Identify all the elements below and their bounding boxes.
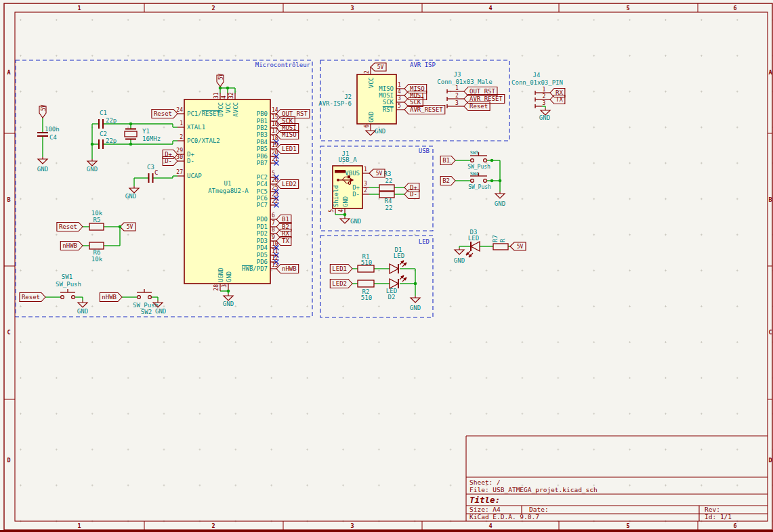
global-label-nHWB[interactable]: nHWB xyxy=(100,293,122,302)
component-R4[interactable]: R422 xyxy=(379,192,394,211)
schematic-canvas[interactable]: Sheet: / File: USB_ATMEGA_projet.kicad_s… xyxy=(0,0,773,532)
pin-name: GND xyxy=(368,112,375,123)
gnd-symbol[interactable]: GND xyxy=(454,248,465,264)
gnd-symbol[interactable]: GND xyxy=(77,301,88,315)
gnd-symbol[interactable]: GND xyxy=(37,157,48,173)
component-J3[interactable]: J3Conn_01x03_Male1OUT_RST2AVR_RESET3Rese… xyxy=(437,71,504,111)
frame-col-label: 2 xyxy=(211,5,215,12)
power-flag-text: 5V xyxy=(517,244,524,250)
frame-col-label: 4 xyxy=(488,523,492,529)
power-flag-5V[interactable]: 5V xyxy=(39,104,47,118)
vbus-bar xyxy=(335,170,346,173)
pin-name: PC0/XTAL2 xyxy=(187,137,220,144)
pin-name: UGND xyxy=(217,267,224,282)
global-label-TX[interactable]: TX xyxy=(276,237,291,246)
pin-number: 1 xyxy=(180,120,183,127)
global-label-AVR_RESET[interactable]: AVR_RESET xyxy=(404,106,445,114)
pin-name: PD5 xyxy=(257,252,268,259)
component-R5[interactable]: R510k xyxy=(89,210,104,230)
section-title: LED xyxy=(419,238,430,245)
global-label-LED1[interactable]: LED1 xyxy=(330,265,352,273)
global-label-D-[interactable]: D- xyxy=(404,190,419,199)
gnd-symbol[interactable]: GND xyxy=(340,217,361,225)
global-label-MISO[interactable]: MISO xyxy=(276,131,299,139)
component-C1[interactable]: C122p xyxy=(99,110,117,129)
reference: D2 xyxy=(388,294,396,301)
component-Y1[interactable]: Y116MHz xyxy=(125,128,161,142)
global-label-LED2[interactable]: LED2 xyxy=(330,280,352,288)
gnd-symbol[interactable]: GND xyxy=(125,186,139,200)
pin-name: GND xyxy=(226,271,232,282)
schematic-page[interactable]: Sheet: / File: USB_ATMEGA_projet.kicad_s… xyxy=(0,0,773,532)
global-label-B2[interactable]: B2 xyxy=(440,177,455,185)
component-R2[interactable]: R2510 xyxy=(358,280,374,301)
pin-name: GND xyxy=(342,196,349,207)
pin-number: 24 xyxy=(176,107,183,113)
component-D1[interactable]: D1LED xyxy=(390,246,406,273)
global-label-Reset[interactable]: Reset xyxy=(57,223,83,231)
component-U1[interactable]: U1ATmega8U2-A24PC1/RESET1XTAL12PC0/XTAL2… xyxy=(176,92,310,291)
pin-number: 2 xyxy=(364,187,367,194)
global-label-text: D- xyxy=(410,191,417,198)
component-R6[interactable]: R610k xyxy=(89,242,104,263)
gnd-symbol[interactable]: GND xyxy=(366,128,385,135)
power-flag-text: 5V xyxy=(376,171,383,177)
component-C4[interactable]: C4100n xyxy=(37,126,60,141)
junction-dot xyxy=(499,179,502,183)
gnd-symbol[interactable]: GND xyxy=(223,294,234,307)
value: C xyxy=(154,169,158,176)
pin-number: 16 xyxy=(272,121,278,127)
global-label-text: AVR_RESET xyxy=(469,95,503,102)
size-field: Size: A4 xyxy=(469,506,501,513)
component-D2[interactable]: D2LED xyxy=(386,275,406,301)
pin-number: 8 xyxy=(272,227,275,233)
global-label-B1[interactable]: B1 xyxy=(440,156,455,165)
global-label-text: MISO xyxy=(282,131,297,138)
global-label-Reset[interactable]: Reset xyxy=(152,110,177,118)
component-R7[interactable]: R7R xyxy=(492,235,508,250)
component-SW3[interactable]: SW3SW_Push xyxy=(467,150,490,170)
pin-name: PB3 xyxy=(257,131,268,138)
gnd-symbol[interactable]: GND xyxy=(539,108,550,121)
component-R1[interactable]: R1510 xyxy=(358,253,374,272)
power-flag-5V[interactable]: 5V xyxy=(217,73,224,87)
pin-number: 28 xyxy=(213,284,220,291)
global-label-nHWB[interactable]: nHWB xyxy=(276,265,299,273)
pin-name: PB5 xyxy=(257,146,268,152)
gnd-symbol[interactable]: GND xyxy=(87,159,98,173)
junction-dot xyxy=(490,159,494,162)
global-label-D-[interactable]: D- xyxy=(163,157,177,166)
global-label-text: OUT_RST xyxy=(469,88,496,95)
pin-number: 19 xyxy=(272,142,278,148)
component-C3[interactable]: C3C xyxy=(147,164,158,183)
global-label-TX[interactable]: TX xyxy=(550,95,565,104)
power-flag-5V[interactable]: 5V xyxy=(120,223,135,231)
pin-name: AVCC xyxy=(232,102,239,117)
global-label-text: B2 xyxy=(442,177,450,184)
gnd-symbol[interactable]: GND xyxy=(410,296,421,311)
power-flag-5V[interactable]: 5V xyxy=(510,242,526,250)
global-label-Reset[interactable]: Reset xyxy=(20,293,45,302)
global-label-LED1[interactable]: LED1 xyxy=(276,145,299,154)
global-label-nHWB[interactable]: nHWB xyxy=(60,242,83,250)
junction-dot xyxy=(227,290,230,293)
frame-row-label: C xyxy=(768,329,772,336)
value: USB_A xyxy=(338,156,357,163)
pin-name: D+ xyxy=(352,184,360,191)
global-label-LED2[interactable]: LED2 xyxy=(276,180,299,189)
value: 510 xyxy=(361,294,372,301)
component-SW1[interactable]: SW1SW_Push xyxy=(56,273,81,298)
frame-row-label: B xyxy=(768,196,772,203)
global-label-text: B1 xyxy=(282,216,289,223)
component-D3[interactable]: D3LED xyxy=(466,229,480,257)
component-J1[interactable]: J1USB_A1VBUS3D+2D-5Shield4GND xyxy=(329,150,369,213)
component-J2[interactable]: J2AVR-ISP-61MISOMISO4MOSIMOSI3SCKSCK5RST… xyxy=(318,67,445,129)
component-J4[interactable]: J4Conn_01x03_PIN1RX2TX3 xyxy=(511,72,565,108)
gnd-symbol[interactable]: GND xyxy=(153,301,166,315)
power-flag-5V[interactable]: 5V xyxy=(369,169,385,177)
pin-number: 5 xyxy=(398,103,401,109)
pin-number: 9 xyxy=(272,234,275,240)
component-C2[interactable]: C222p xyxy=(99,131,117,149)
power-flag-5V[interactable]: 5V xyxy=(371,63,386,71)
gnd-symbol[interactable]: GND xyxy=(495,192,505,207)
